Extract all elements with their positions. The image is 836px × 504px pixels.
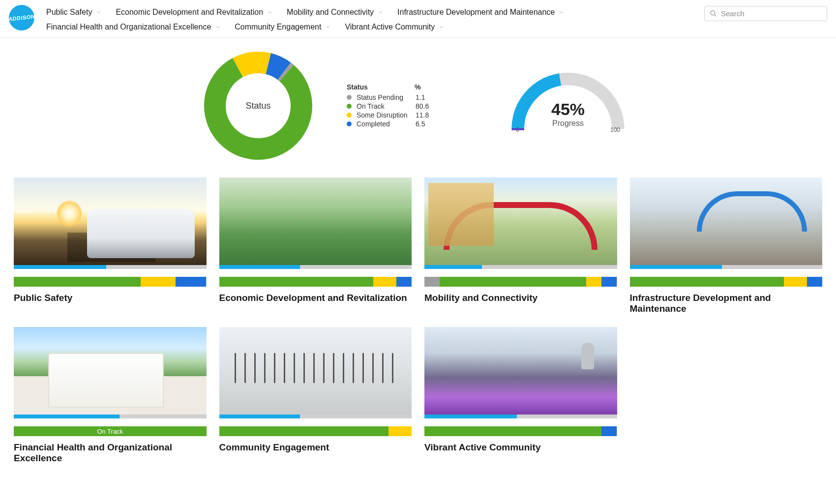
pillar-progress-bar <box>14 265 207 269</box>
search-icon <box>710 10 717 17</box>
legend-label: On Track <box>357 102 411 110</box>
legend-value: 6.5 <box>416 120 435 128</box>
pillar-title: Public Safety <box>14 293 207 303</box>
status-legend: Status % Status Pending1.1On Track80.6So… <box>347 83 435 128</box>
nav-item-economic-development-and-revitalization[interactable]: Economic Development and Revitalization <box>116 6 273 19</box>
gauge-max: 100 <box>610 126 620 133</box>
chevron-down-icon <box>378 9 384 15</box>
pillar-thumbnail <box>219 327 412 415</box>
status-segment-completed <box>396 277 412 287</box>
status-segment-ontrack <box>219 277 373 287</box>
legend-row: Status Pending1.1 <box>347 93 435 102</box>
status-segment-pending <box>424 277 440 287</box>
status-segment-completed <box>807 277 822 287</box>
nav-item-community-engagement[interactable]: Community Engagement <box>235 21 331 33</box>
nav-item-label: Community Engagement <box>235 23 321 31</box>
pillar-thumbnail <box>424 178 617 265</box>
pillar-thumbnail <box>630 178 823 265</box>
legend-row: On Track80.6 <box>347 102 435 111</box>
pillar-thumbnail <box>14 178 207 265</box>
status-segment-ontrack: On Track <box>14 426 207 436</box>
status-donut-label: Status <box>204 52 312 160</box>
pillar-progress-bar <box>424 415 617 418</box>
search-input[interactable] <box>721 9 822 18</box>
gauge-min: 0 <box>516 126 519 133</box>
nav-item-label: Public Safety <box>46 8 92 17</box>
legend-header-status: Status <box>347 83 401 91</box>
pillar-status-bar <box>630 277 823 287</box>
chevron-down-icon <box>325 24 331 30</box>
legend-swatch <box>347 113 352 118</box>
svg-line-1 <box>715 15 716 16</box>
pillar-status-bar <box>424 277 617 287</box>
dashboard-summary: Status Status % Status Pending1.1On Trac… <box>0 38 836 178</box>
legend-value: 80.6 <box>416 102 435 110</box>
pillar-title: Vibrant Active Community <box>424 442 617 453</box>
pillar-status-bar <box>424 426 617 436</box>
status-segment-ontrack <box>630 277 784 287</box>
legend-header-pct: % <box>415 83 420 91</box>
pillar-progress-bar <box>630 265 823 269</box>
nav-item-financial-health-and-organizational-excellence[interactable]: Financial Health and Organizational Exce… <box>46 21 221 33</box>
progress-gauge: 45% Progress 0 100 <box>504 66 632 145</box>
pillar-card[interactable]: Economic Development and Revitalization <box>219 178 412 314</box>
chevron-down-icon <box>267 9 273 15</box>
legend-row: Completed6.5 <box>347 119 435 128</box>
top-bar: ADDISON Public SafetyEconomic Developmen… <box>0 0 836 38</box>
status-segment-completed <box>601 426 617 436</box>
status-segment-completed <box>176 277 207 287</box>
status-segment-ontrack <box>14 277 141 287</box>
status-segment-ontrack <box>219 426 389 436</box>
status-segment-ontrack <box>440 277 586 287</box>
status-segment-ontrack <box>424 426 601 436</box>
chevron-down-icon <box>96 9 102 15</box>
pillar-status-bar <box>219 426 412 436</box>
chevron-down-icon <box>439 24 445 30</box>
status-segment-disruption <box>141 277 175 287</box>
pillar-title: Community Engagement <box>219 442 412 453</box>
nav-item-public-safety[interactable]: Public Safety <box>46 6 102 19</box>
status-segment-disruption <box>388 426 412 436</box>
pillar-card[interactable]: Infrastructure Development and Maintenan… <box>630 178 823 314</box>
primary-nav: Public SafetyEconomic Development and Re… <box>46 5 692 33</box>
pillar-progress-bar <box>219 415 412 418</box>
status-segment-disruption <box>373 277 396 287</box>
legend-swatch <box>347 121 352 126</box>
chevron-down-icon <box>215 24 221 30</box>
nav-item-mobility-and-connectivity[interactable]: Mobility and Connectivity <box>287 6 384 19</box>
legend-swatch <box>347 95 352 100</box>
pillar-card[interactable]: Mobility and Connectivity <box>424 178 617 314</box>
pillar-thumbnail <box>424 327 617 415</box>
pillar-card[interactable]: Community Engagement <box>219 327 412 464</box>
status-segment-completed <box>601 277 617 287</box>
pillar-card[interactable]: On TrackFinancial Health and Organizatio… <box>14 327 207 464</box>
nav-item-label: Mobility and Connectivity <box>287 8 374 17</box>
pillar-progress-bar <box>219 265 412 269</box>
legend-swatch <box>347 104 352 109</box>
nav-item-label: Economic Development and Revitalization <box>116 8 263 17</box>
pillar-card[interactable]: Public Safety <box>14 178 207 314</box>
nav-item-infrastructure-development-and-maintenance[interactable]: Infrastructure Development and Maintenan… <box>397 6 565 19</box>
status-donut-block: Status Status % Status Pending1.1On Trac… <box>204 52 435 160</box>
status-segment-disruption <box>784 277 807 287</box>
pillar-thumbnail <box>14 327 207 415</box>
nav-item-label: Infrastructure Development and Maintenan… <box>397 8 555 17</box>
search-box[interactable] <box>704 6 827 21</box>
svg-point-0 <box>711 11 715 15</box>
progress-value: 45% <box>504 100 632 119</box>
pillar-title: Economic Development and Revitalization <box>219 293 412 303</box>
pillar-title: Mobility and Connectivity <box>424 293 617 303</box>
nav-item-vibrant-active-community[interactable]: Vibrant Active Community <box>345 21 445 33</box>
pillar-status-bar <box>14 277 207 287</box>
status-segment-disruption <box>586 277 601 287</box>
brand-logo[interactable]: ADDISON <box>7 3 35 31</box>
legend-value: 11.8 <box>416 111 435 119</box>
nav-item-label: Financial Health and Organizational Exce… <box>46 23 211 31</box>
pillar-status-bar: On Track <box>14 426 207 436</box>
chevron-down-icon <box>559 9 565 15</box>
pillar-card[interactable]: Vibrant Active Community <box>424 327 617 464</box>
pillar-thumbnail <box>219 178 412 265</box>
pillar-title: Financial Health and Organizational Exce… <box>14 442 207 464</box>
legend-label: Completed <box>357 120 411 128</box>
legend-label: Some Disruption <box>357 111 411 119</box>
